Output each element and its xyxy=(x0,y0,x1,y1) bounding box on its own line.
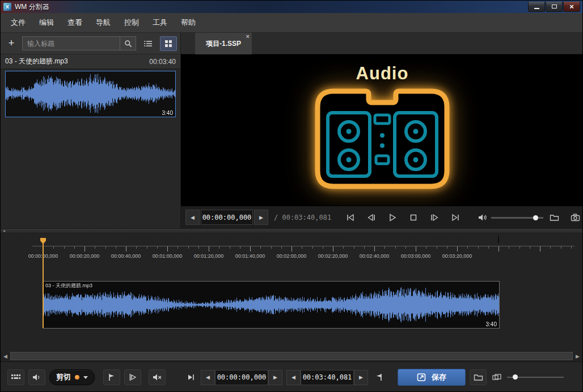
ruler-minor-tick xyxy=(530,246,530,249)
cut-mode-dropdown[interactable]: 剪切 xyxy=(49,369,95,385)
time-decrement-button[interactable]: ◀ xyxy=(185,210,200,225)
end-flag-icon xyxy=(375,373,383,381)
chevron-down-icon xyxy=(83,376,88,379)
ruler-minor-tick xyxy=(312,246,313,249)
timeline-scrollbar[interactable]: ◀ ▶ xyxy=(1,351,582,361)
menu-navigate[interactable]: 导航 xyxy=(89,15,117,31)
zoom-slider-knob[interactable] xyxy=(513,374,518,380)
menu-view[interactable]: 查看 xyxy=(61,15,89,31)
title-bar[interactable]: X WM 分割器 × xyxy=(1,1,582,13)
ruler-minor-tick xyxy=(395,246,396,249)
play-from-marker-button[interactable] xyxy=(124,369,141,385)
ruler-minor-tick xyxy=(426,246,426,249)
play-selection-button[interactable] xyxy=(184,369,197,385)
project-tab[interactable]: 项目-1.SSP × xyxy=(195,33,252,54)
play-button[interactable] xyxy=(382,210,402,225)
skip-to-start-icon xyxy=(345,214,356,221)
maximize-button[interactable] xyxy=(546,2,563,12)
mute-speaker-icon xyxy=(152,373,162,381)
cut-mode-indicator xyxy=(75,375,79,380)
current-time-display[interactable]: 00:00:00,000 xyxy=(201,210,253,225)
end-time-field[interactable]: 00:03:40,081 xyxy=(301,370,354,385)
close-icon: × xyxy=(569,3,574,10)
menu-edit[interactable]: 编辑 xyxy=(32,15,61,31)
stop-icon xyxy=(410,214,417,221)
ruler-minor-tick xyxy=(364,246,365,249)
library-file-duration: 00:03:40 xyxy=(149,58,176,66)
grid-view-button[interactable] xyxy=(160,36,177,51)
timeline-clip[interactable]: 03 - 天使的翅膀.mp3 3:40 xyxy=(43,281,500,329)
start-time-increment-button[interactable]: ▶ xyxy=(268,370,282,385)
zoom-fit-button[interactable] xyxy=(491,369,503,385)
ruler-minor-tick xyxy=(437,246,437,249)
end-time-increment-button[interactable]: ▶ xyxy=(354,370,368,385)
library-file-row[interactable]: 03 - 天使的翅膀.mp3 00:03:40 xyxy=(1,54,180,69)
minimize-icon xyxy=(534,8,539,9)
minimize-button[interactable] xyxy=(528,2,545,12)
start-time-decrement-button[interactable]: ◀ xyxy=(201,370,215,385)
menu-tools[interactable]: 工具 xyxy=(146,15,174,31)
skip-to-start-button[interactable] xyxy=(340,210,360,225)
ruler-minor-tick xyxy=(147,246,147,249)
scroll-right-icon[interactable]: ▶ xyxy=(573,351,582,361)
horizontal-splitter[interactable]: ◂ xyxy=(1,228,582,233)
mute-button[interactable] xyxy=(149,369,166,385)
ruler-tick xyxy=(416,246,416,252)
timeline-clip-duration: 3:40 xyxy=(486,321,497,327)
regions-grid-button[interactable] xyxy=(7,369,24,385)
total-time-label: / 00:03:40,081 xyxy=(274,214,331,221)
list-view-button[interactable] xyxy=(140,36,157,51)
ruler-minor-tick xyxy=(281,246,282,249)
snapshot-button[interactable] xyxy=(565,210,583,225)
playhead-line[interactable] xyxy=(43,242,44,328)
ruler-label: 00:03:20,000 xyxy=(442,253,472,259)
volume-slider-knob[interactable] xyxy=(533,215,538,220)
skip-to-end-button[interactable] xyxy=(445,210,465,225)
app-window: X WM 分割器 × 文件 编辑 查看 导航 控制 工具 帮助 + xyxy=(0,0,583,392)
ruler-minor-tick xyxy=(302,246,302,249)
timeline-ruler[interactable]: 00:00:00,00000:00:20,00000:00:40,00000:0… xyxy=(1,241,582,266)
library-thumbnail[interactable]: 3:40 xyxy=(5,71,176,117)
end-time-decrement-button[interactable]: ◀ xyxy=(286,370,301,385)
audio-preview-title: Audio xyxy=(181,63,583,84)
ruler-label: 00:01:20,000 xyxy=(194,253,224,259)
menu-file[interactable]: 文件 xyxy=(4,15,32,31)
set-end-marker-button[interactable] xyxy=(372,369,386,385)
menu-help[interactable]: 帮助 xyxy=(174,15,202,31)
window-controls: × xyxy=(527,2,580,12)
time-increment-button[interactable]: ▶ xyxy=(254,210,268,225)
menu-control[interactable]: 控制 xyxy=(117,15,146,31)
zoom-slider[interactable] xyxy=(507,372,564,383)
stop-button[interactable] xyxy=(403,210,423,225)
search-button[interactable] xyxy=(120,36,136,50)
add-file-button[interactable]: + xyxy=(4,36,19,51)
step-back-button[interactable] xyxy=(361,210,381,225)
step-forward-button[interactable] xyxy=(424,210,444,225)
library-file-name: 03 - 天使的翅膀.mp3 xyxy=(5,57,149,66)
open-folder-button[interactable] xyxy=(544,210,564,225)
volume-button[interactable] xyxy=(475,210,490,225)
scrollbar-thumb[interactable] xyxy=(10,352,573,360)
splitter-collapse-icon[interactable]: ◂ xyxy=(3,228,5,233)
menu-bar: 文件 编辑 查看 导航 控制 工具 帮助 xyxy=(1,13,582,33)
audio-track-button[interactable] xyxy=(28,369,45,385)
play-icon xyxy=(388,214,396,221)
ruler-tick xyxy=(498,246,499,252)
set-start-marker-button[interactable] xyxy=(103,369,120,385)
start-time-field[interactable]: 00:00:00,000 xyxy=(215,370,268,385)
tab-close-icon[interactable]: × xyxy=(246,33,250,40)
output-folder-button[interactable] xyxy=(470,369,487,385)
search-input[interactable] xyxy=(22,36,120,50)
ruler-minor-tick xyxy=(343,246,344,249)
ruler-minor-tick xyxy=(488,246,489,249)
library-panel: + xyxy=(1,33,181,228)
clip-end-marker[interactable] xyxy=(498,236,499,243)
save-button[interactable]: 保存 xyxy=(398,369,466,386)
ruler-minor-tick xyxy=(157,246,158,249)
skip-to-end-icon xyxy=(450,214,461,221)
scroll-left-icon[interactable]: ◀ xyxy=(1,351,10,361)
export-icon xyxy=(417,373,426,382)
volume-slider[interactable] xyxy=(491,210,543,225)
close-button[interactable]: × xyxy=(563,2,580,12)
timeline-area: 00:00:00,00000:00:20,00000:00:40,00000:0… xyxy=(1,233,582,361)
